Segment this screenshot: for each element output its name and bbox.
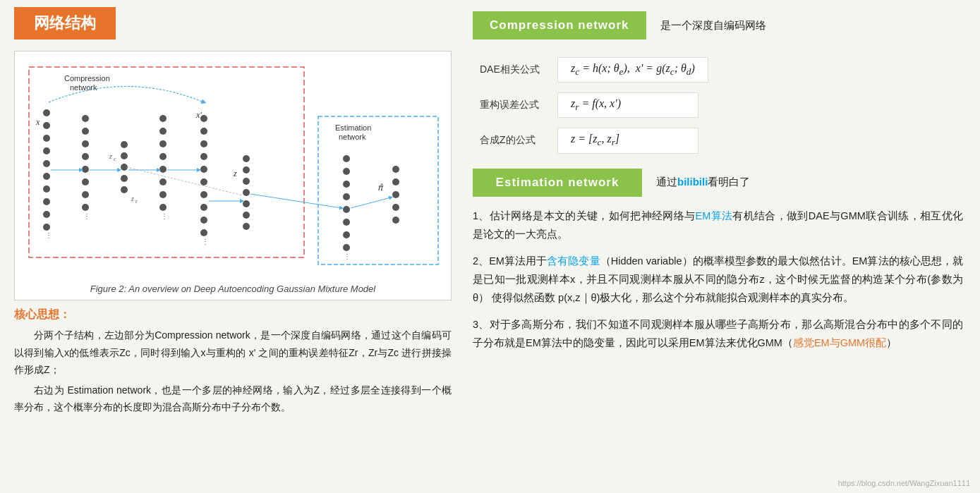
svg-point-20 [82, 140, 89, 147]
bilibili-link: bilibili [677, 176, 708, 188]
compression-network-row: Compression network 是一个深度自编码网络 [473, 11, 963, 39]
em-algorithm-link: EM算法 [696, 210, 733, 221]
svg-point-11 [43, 160, 50, 167]
svg-point-49 [200, 178, 207, 185]
svg-point-18 [82, 115, 89, 122]
svg-text:c: c [114, 156, 116, 162]
svg-rect-0 [29, 67, 304, 257]
svg-point-50 [200, 191, 207, 198]
right-para-2: 2、EM算法用于含有隐变量（Hidden variable）的概率模型参数的最大… [473, 252, 963, 307]
estimation-network-desc: 通过bilibili看明白了 [656, 176, 750, 189]
figure-box: Compression network Estimation network x [14, 51, 452, 300]
svg-line-87 [351, 197, 391, 208]
svg-point-9 [43, 135, 50, 142]
right-text-area: 1、估计网络是本文的关键，如何把神经网络与EM算法有机结合，做到DAE与GMM联… [473, 207, 963, 353]
svg-point-51 [200, 204, 207, 211]
svg-point-30 [121, 152, 128, 159]
svg-point-10 [43, 147, 50, 154]
svg-point-63 [343, 155, 350, 162]
formula-label-z: 合成Z的公式 [473, 123, 550, 158]
svg-point-25 [82, 204, 89, 211]
layer-zc: z c [109, 141, 128, 193]
core-idea-p1: 分两个子结构，左边部分为Compression network，是一个深度自编码… [14, 327, 452, 379]
watermark: https://blog.csdn.net/WangZixuan1111 [838, 479, 970, 487]
svg-point-70 [343, 244, 350, 251]
svg-point-68 [343, 219, 350, 226]
est-output: π̂ [377, 166, 399, 224]
svg-point-40 [159, 191, 167, 198]
svg-point-13 [43, 185, 50, 193]
estimation-network-row: Estimation network 通过bilibili看明白了 [473, 169, 963, 197]
svg-point-59 [243, 189, 250, 196]
compression-network-desc: 是一个深度自编码网络 [660, 19, 766, 32]
layer-xprime: x' ⋮ [195, 110, 209, 245]
svg-point-67 [343, 206, 350, 213]
svg-point-7 [43, 109, 50, 116]
formula-table: DAE相关公式 zc = h(x; θe), x' = g(zc; θd) 重构… [473, 52, 963, 159]
formula-label-dae: DAE相关公式 [473, 52, 550, 87]
svg-point-45 [200, 128, 207, 135]
svg-text:network: network [70, 83, 97, 92]
svg-point-74 [392, 178, 399, 185]
formula-row-z: 合成Z的公式 z = [zc, zr] [473, 123, 963, 158]
svg-point-69 [343, 231, 350, 238]
svg-text:network: network [339, 133, 366, 141]
est-layer1: ⋮ [343, 155, 351, 260]
svg-point-36 [159, 140, 167, 147]
formula-row-recon: 重构误差公式 zr = f(x, x') [473, 87, 963, 123]
formula-box-dae: zc = h(x; θe), x' = g(zc; θd) [557, 57, 708, 83]
svg-text:Compression: Compression [64, 74, 110, 83]
svg-point-60 [243, 200, 250, 207]
formula-label-recon: 重构误差公式 [473, 87, 550, 123]
svg-point-53 [200, 229, 207, 236]
svg-point-37 [159, 153, 167, 160]
svg-point-35 [159, 128, 167, 135]
svg-point-75 [392, 191, 399, 198]
layer-z-est: z [233, 155, 250, 230]
svg-point-77 [392, 217, 399, 224]
svg-point-56 [243, 155, 250, 162]
core-idea-section: 核心思想： 分两个子结构，左边部分为Compression network，是一… [14, 308, 452, 416]
svg-text:z: z [109, 152, 112, 160]
formula-row-dae: DAE相关公式 zc = h(x; θe), x' = g(zc; θd) [473, 52, 963, 87]
svg-point-62 [243, 223, 250, 230]
estimation-network-badge: Estimation network [473, 169, 642, 197]
svg-point-12 [43, 173, 50, 180]
svg-point-66 [343, 193, 350, 200]
svg-text:x: x [35, 117, 40, 127]
svg-point-15 [43, 211, 50, 218]
svg-text:z: z [131, 195, 134, 202]
svg-point-73 [392, 166, 399, 173]
layer-x: x ⋮ [35, 109, 52, 239]
core-idea-title: 核心思想： [14, 308, 452, 322]
page-wrapper: 网络结构 Compression network Estimation netw… [0, 0, 980, 493]
figure-caption: Figure 2: An overview on Deep Autoencodi… [22, 284, 444, 294]
layer-dec1: ⋮ [159, 115, 168, 220]
right-para-3: 3、对于多高斯分布，我们不知道不同观测样本服从哪些子高斯分布，那么高斯混合分布中… [473, 315, 963, 352]
svg-text:⋮: ⋮ [202, 238, 209, 245]
svg-point-24 [82, 191, 89, 198]
svg-text:r: r [135, 198, 138, 205]
svg-point-34 [159, 115, 167, 122]
svg-point-23 [82, 178, 89, 185]
svg-point-57 [243, 166, 250, 174]
svg-point-32 [121, 175, 128, 182]
svg-line-85 [126, 167, 243, 195]
svg-point-44 [200, 115, 207, 122]
svg-point-65 [343, 181, 350, 188]
right-para-1: 1、估计网络是本文的关键，如何把神经网络与EM算法有机结合，做到DAE与GMM联… [473, 207, 963, 243]
svg-text:⋮: ⋮ [344, 252, 351, 260]
svg-point-52 [200, 217, 207, 224]
svg-line-86 [250, 194, 341, 208]
svg-text:z: z [233, 169, 237, 178]
core-idea-p2: 右边为 Estimation network，也是一个多层的神经网络，输入为Z，… [14, 382, 452, 416]
nn-diagram: Compression network Estimation network x [22, 60, 445, 279]
formula-cell-z: z = [zc, zr] [550, 123, 963, 158]
formula-math-recon: zr = f(x, x') [571, 97, 621, 109]
svg-point-21 [82, 153, 89, 160]
hidden-variable-link: 含有隐变量 [547, 255, 600, 267]
svg-point-22 [82, 166, 89, 173]
svg-point-47 [200, 153, 207, 160]
compression-network-badge: Compression network [473, 11, 646, 39]
svg-point-16 [43, 224, 50, 231]
